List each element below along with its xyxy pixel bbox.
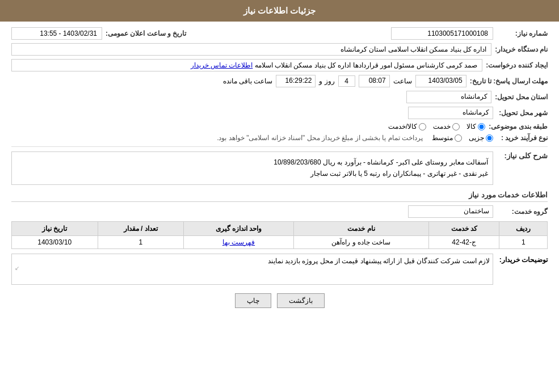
col-vahed: واحد اندازه گیری: [183, 221, 293, 235]
row-ostan: استان محل تحویل: کرمانشاه: [11, 91, 548, 103]
tozihat-value: لازم است شرکت کنندگان قبل از ارائه پیشنه…: [11, 254, 493, 285]
tozihat-text: لازم است شرکت کنندگان قبل از ارائه پیشنه…: [268, 257, 490, 265]
page-header: جزئیات اطلاعات نیاز: [0, 0, 559, 22]
row-grohe: گروه خدمت: ساختمان: [11, 205, 548, 218]
grohe-value: ساختمان: [408, 205, 493, 218]
tabaqe-radio2-item: خدمت: [433, 123, 460, 130]
col-radif: ردیف: [499, 221, 548, 235]
days-value: 4: [338, 75, 355, 87]
noeFarayand-label: نوع فرآیند خرید :: [497, 134, 548, 142]
tabaqe-radio1-label: کالا: [466, 123, 476, 130]
ejad-link[interactable]: اطلاعات تماس خریدار: [191, 61, 253, 69]
namDastgah-value: اداره کل بنیاد مسکن انقلاب اسلامی استان …: [11, 43, 491, 56]
countdown-value: 16:29:22: [276, 75, 316, 87]
sharh-label: شرح کلی نیاز:: [497, 151, 548, 160]
tabaqe-label: طبقه بندی موضوعی:: [489, 123, 548, 130]
tabaqe-radio2[interactable]: [452, 123, 460, 130]
date-value: 1403/03/05: [415, 75, 466, 87]
noeFarayand-radio2[interactable]: [455, 134, 462, 142]
noeFarayand-radio2-item: متوسط: [432, 134, 462, 142]
tarikh-elan-value: 1403/02/31 - 13:55: [11, 27, 102, 40]
row-shahr: شهر محل تحویل: کرمانشاه: [11, 107, 548, 119]
page-wrapper: جزئیات اطلاعات نیاز شماره نیاز: 11030051…: [0, 0, 559, 392]
noeFarayand-note: پرداخت تمام یا بخشی از مبلغ خریداز محل "…: [217, 134, 423, 142]
print-button[interactable]: چاپ: [235, 293, 271, 308]
table-cell: 1: [499, 235, 548, 248]
countdown-label: ساعت باقی مانده: [223, 77, 273, 85]
table-cell: فهرست بها: [183, 235, 293, 248]
ostan-value: کرمانشاه: [406, 91, 491, 103]
sharh-text: آسفالت معابر روستای علی اکبر- کرمانشاه -…: [16, 157, 488, 180]
tozihat-resize-icon: ↙: [15, 265, 19, 271]
noeFarayand-radio1[interactable]: [486, 134, 493, 142]
shomareNiaz-value: 1103005171000108: [391, 27, 493, 40]
col-tedad: تعداد / مقدار: [98, 221, 183, 235]
col-kod: کد خدمت: [428, 221, 499, 235]
tabaqe-radio3[interactable]: [419, 123, 426, 130]
row-sharh: شرح کلی نیاز: آسفالت معابر روستای علی اک…: [11, 151, 548, 185]
time-label: ساعت: [393, 77, 412, 85]
row-shomareNiaz: شماره نیاز: 1103005171000108 تاریخ و ساع…: [11, 27, 548, 40]
time-value: 08:07: [359, 75, 390, 87]
tabaqe-radio1[interactable]: [478, 123, 485, 130]
content-area: شماره نیاز: 1103005171000108 تاریخ و ساع…: [0, 22, 559, 322]
noeFarayand-radio1-item: جزیی: [469, 134, 493, 142]
table-cell: ج-42-42: [428, 235, 499, 248]
row-tozihat: توضیحات خریدار: لازم است شرکت کنندگان قب…: [11, 254, 548, 285]
header-title: جزئیات اطلاعات نیاز: [243, 6, 316, 15]
table-row: 1ج-42-42ساخت جاده و راه‌آهنفهرست بها1140…: [12, 235, 548, 248]
sharh-value: آسفالت معابر روستای علی اکبر- کرمانشاه -…: [11, 151, 493, 185]
row-mohlat: مهلت ارسال پاسخ: تا تاریخ: 1403/03/05 سا…: [11, 75, 548, 87]
namDastgah-label: نام دستگاه خریدار:: [495, 45, 548, 53]
tabaqe-radio1-item: کالا: [466, 123, 485, 130]
vahed-link[interactable]: فهرست بها: [222, 238, 255, 246]
shomareNiaz-label: شماره نیاز:: [497, 29, 548, 37]
ejad-text: صمد کرمی کارشناس مسئول امور قراردادها اد…: [255, 61, 478, 69]
tozihat-label: توضیحات خریدار:: [497, 254, 548, 264]
col-tarikh: تاریخ نیاز: [12, 221, 98, 235]
buttons-row: بازگشت چاپ: [11, 293, 548, 308]
khadamat-section-title: اطلاعات خدمات مورد نیاز: [11, 191, 548, 202]
noeFarayand-radio2-label: متوسط: [432, 134, 453, 142]
row-ejad: ایجاد کننده درخواست: صمد کرمی کارشناس مس…: [11, 59, 548, 71]
ejad-label: ایجاد کننده درخواست:: [486, 61, 548, 69]
tabaqe-radio3-label: کالا/خدمت: [388, 123, 417, 130]
ostan-label: استان محل تحویل:: [495, 93, 548, 101]
tabaqe-radio-group: کالا/خدمت خدمت کالا: [388, 123, 485, 130]
table-cell: 1403/03/10: [12, 235, 98, 248]
shahr-value: کرمانشاه: [408, 107, 493, 119]
services-table: ردیف کد خدمت نام خدمت واحد اندازه گیری ت…: [11, 221, 548, 249]
col-name: نام خدمت: [293, 221, 428, 235]
grohe-label: گروه خدمت:: [497, 208, 548, 216]
noeFarayand-radio1-label: جزیی: [469, 134, 484, 142]
tarikh-elan-label: تاریخ و ساعت اعلان عمومی:: [106, 29, 186, 37]
table-cell: 1: [98, 235, 183, 248]
mohlat-label: مهلت ارسال پاسخ: تا تاریخ:: [470, 77, 548, 85]
table-cell: ساخت جاده و راه‌آهن: [293, 235, 428, 248]
days-label: روز و: [319, 77, 334, 85]
row-tabaqe: طبقه بندی موضوعی: کالا/خدمت خدمت کالا: [11, 123, 548, 130]
tabaqe-radio3-item: کالا/خدمت: [388, 123, 426, 130]
row-namDastgah: نام دستگاه خریدار: اداره کل بنیاد مسکن ا…: [11, 43, 548, 56]
back-button[interactable]: بازگشت: [277, 293, 325, 308]
shahr-label: شهر محل تحویل:: [497, 109, 548, 117]
tabaqe-radio2-label: خدمت: [433, 123, 451, 130]
row-noeFarayand: نوع فرآیند خرید : متوسط جزیی پرداخت تمام…: [11, 134, 548, 142]
ejad-value: صمد کرمی کارشناس مسئول امور قراردادها اد…: [11, 59, 482, 71]
noeFarayand-radio-group: متوسط جزیی: [432, 134, 493, 142]
